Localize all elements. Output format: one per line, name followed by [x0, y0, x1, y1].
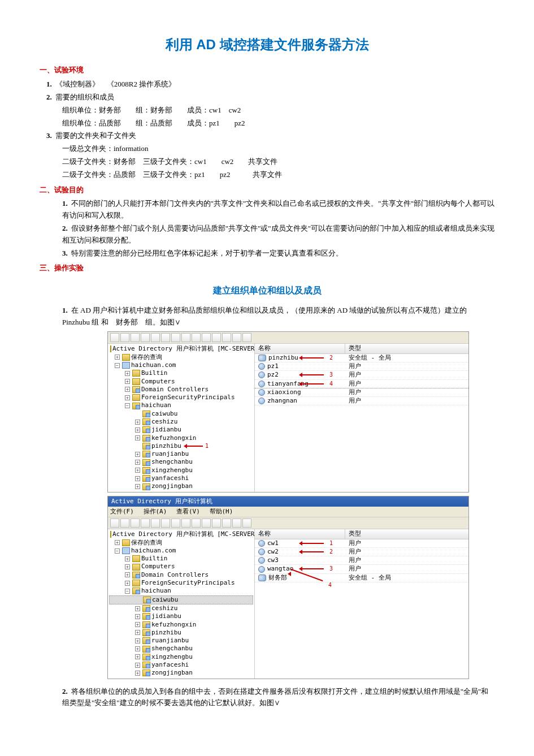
- col-name[interactable]: 名称: [255, 529, 345, 538]
- toolbar-btn[interactable]: [192, 519, 201, 528]
- tree-kefu[interactable]: +kefuzhongxin: [109, 434, 253, 442]
- list-item[interactable]: pz23用户: [255, 371, 468, 379]
- list-pane-2[interactable]: 名称 类型 cw11用户cw22用户cw3用户wangtao3用户财务部安全组 …: [255, 529, 468, 678]
- col-type[interactable]: 类型: [345, 344, 468, 353]
- toolbar-btn[interactable]: [171, 333, 180, 342]
- tree-builtin[interactable]: +Builtin: [109, 555, 253, 563]
- toolbar-btn[interactable]: [212, 519, 221, 528]
- toolbar-btn[interactable]: [232, 519, 241, 528]
- tree-caiwubu-selected[interactable]: caiwubu: [109, 595, 253, 604]
- toolbar-btn[interactable]: [151, 519, 160, 528]
- tree-jidianbu[interactable]: +jidianbu: [109, 612, 253, 620]
- expand-icon[interactable]: +: [125, 387, 130, 392]
- tree-kefu[interactable]: +kefuzhongxin: [109, 621, 253, 629]
- toolbar-btn[interactable]: [141, 519, 150, 528]
- tree-yanfaceshi[interactable]: +yanfaceshi: [109, 661, 253, 669]
- expand-icon[interactable]: +: [135, 671, 140, 676]
- expand-icon[interactable]: +: [135, 476, 140, 481]
- list-pane-1[interactable]: 名称 类型 pinzhibu2安全组 - 全局pz1用户pz23用户tianya…: [255, 344, 468, 491]
- menu-action[interactable]: 操作(A): [144, 508, 167, 515]
- expand-icon[interactable]: +: [125, 572, 130, 577]
- toolbar-btn[interactable]: [212, 333, 221, 342]
- toolbar-btn[interactable]: [232, 333, 241, 342]
- toolbar-btn[interactable]: [151, 333, 160, 342]
- expand-icon[interactable]: +: [135, 638, 140, 643]
- list-item[interactable]: pinzhibu2安全组 - 全局: [255, 354, 468, 362]
- menu-view[interactable]: 查看(V): [176, 508, 200, 515]
- tree-domain[interactable]: −haichuan.com: [109, 547, 253, 555]
- list-item[interactable]: zhangnan用户: [255, 397, 468, 405]
- toolbar-btn[interactable]: [161, 519, 170, 528]
- toolbar-btn[interactable]: [192, 333, 201, 342]
- expand-icon[interactable]: +: [135, 663, 140, 668]
- tree-dc[interactable]: +Domain Controllers: [109, 571, 253, 579]
- list-item[interactable]: 财务部安全组 - 全局: [255, 574, 468, 582]
- expand-icon[interactable]: +: [125, 564, 130, 569]
- tree-builtin[interactable]: +Builtin: [109, 369, 253, 377]
- tree-computers[interactable]: +Computers: [109, 378, 253, 386]
- expand-icon[interactable]: +: [135, 460, 140, 465]
- toolbar-btn[interactable]: [110, 519, 119, 528]
- expand-icon[interactable]: +: [135, 654, 140, 659]
- expand-icon[interactable]: +: [135, 484, 140, 489]
- collapse-icon[interactable]: −: [115, 548, 120, 554]
- toolbar-btn[interactable]: [110, 333, 119, 342]
- tree-ceshizu[interactable]: +ceshizu: [109, 418, 253, 426]
- tree-caiwubu[interactable]: caiwubu: [109, 410, 253, 418]
- menu-file[interactable]: 文件(F): [110, 508, 134, 515]
- expand-icon[interactable]: +: [135, 468, 140, 473]
- tree-computers[interactable]: +Computers: [109, 563, 253, 571]
- toolbar-btn[interactable]: [181, 333, 190, 342]
- list-item[interactable]: cw22用户: [255, 548, 468, 556]
- collapse-icon[interactable]: −: [125, 589, 130, 594]
- list-item[interactable]: pz1用户: [255, 362, 468, 371]
- expand-icon[interactable]: +: [135, 622, 140, 627]
- expand-icon[interactable]: +: [125, 371, 130, 376]
- tree-dc[interactable]: +Domain Controllers: [109, 386, 253, 394]
- toolbar-btn[interactable]: [120, 519, 129, 528]
- tree-pane-2[interactable]: Active Directory 用户和计算机 [MC-SERVER.hai +…: [108, 529, 255, 678]
- expand-icon[interactable]: +: [115, 355, 120, 360]
- expand-icon[interactable]: +: [125, 395, 130, 400]
- expand-icon[interactable]: +: [135, 606, 140, 611]
- toolbar-btn[interactable]: [131, 519, 140, 528]
- toolbar-btn[interactable]: [222, 519, 231, 528]
- tree-zongjingban[interactable]: +zongjingban: [109, 669, 253, 677]
- tree-fsp[interactable]: +ForeignSecurityPrincipals: [109, 394, 253, 401]
- menu-help[interactable]: 帮助(H): [210, 508, 233, 515]
- tree-zongjingban[interactable]: +zongjingban: [109, 482, 253, 490]
- tree-pane-1[interactable]: Active Directory 用户和计算机 [MC-SERVER.hai +…: [108, 344, 255, 491]
- toolbar-btn[interactable]: [171, 519, 180, 528]
- tree-shengchanbu[interactable]: +shengchanbu: [109, 645, 253, 653]
- col-name[interactable]: 名称: [255, 344, 345, 353]
- expand-icon[interactable]: +: [135, 427, 140, 433]
- toolbar-btn[interactable]: [161, 333, 170, 342]
- collapse-icon[interactable]: −: [125, 403, 130, 408]
- tree-fsp[interactable]: +ForeignSecurityPrincipals: [109, 579, 253, 587]
- toolbar-btn[interactable]: [222, 333, 231, 342]
- toolbar-btn[interactable]: [202, 519, 211, 528]
- toolbar-btn[interactable]: [131, 333, 140, 342]
- expand-icon[interactable]: +: [125, 556, 130, 561]
- tree-pinzhibu[interactable]: pinzhibu 1: [109, 442, 253, 450]
- tree-domain[interactable]: −haichuan.com: [109, 361, 253, 369]
- tree-jidianbu[interactable]: +jidianbu: [109, 426, 253, 434]
- toolbar-btn[interactable]: [242, 519, 251, 528]
- tree-haichuan[interactable]: −haichuan: [109, 587, 253, 595]
- toolbar-btn[interactable]: [181, 519, 190, 528]
- collapse-icon[interactable]: −: [115, 363, 120, 368]
- tree-yanfaceshi[interactable]: +yanfaceshi: [109, 474, 253, 482]
- expand-icon[interactable]: +: [135, 435, 140, 440]
- tree-saved-query[interactable]: +保存的查询: [109, 539, 253, 547]
- tree-ruanjianbu[interactable]: +ruanjianbu: [109, 637, 253, 645]
- tree-ceshizu[interactable]: +ceshizu: [109, 604, 253, 612]
- col-type[interactable]: 类型: [345, 529, 468, 538]
- tree-root[interactable]: Active Directory 用户和计算机 [MC-SERVER.hai: [109, 345, 253, 353]
- list-item[interactable]: wangtao3用户: [255, 565, 468, 573]
- list-item[interactable]: cw3用户: [255, 556, 468, 565]
- tree-xingzhengbu[interactable]: +xingzhengbu: [109, 653, 253, 661]
- expand-icon[interactable]: +: [115, 540, 120, 545]
- tree-shengchanbu[interactable]: +shengchanbu: [109, 458, 253, 466]
- expand-icon[interactable]: +: [135, 614, 140, 619]
- list-item[interactable]: xiaoxiong用户: [255, 388, 468, 397]
